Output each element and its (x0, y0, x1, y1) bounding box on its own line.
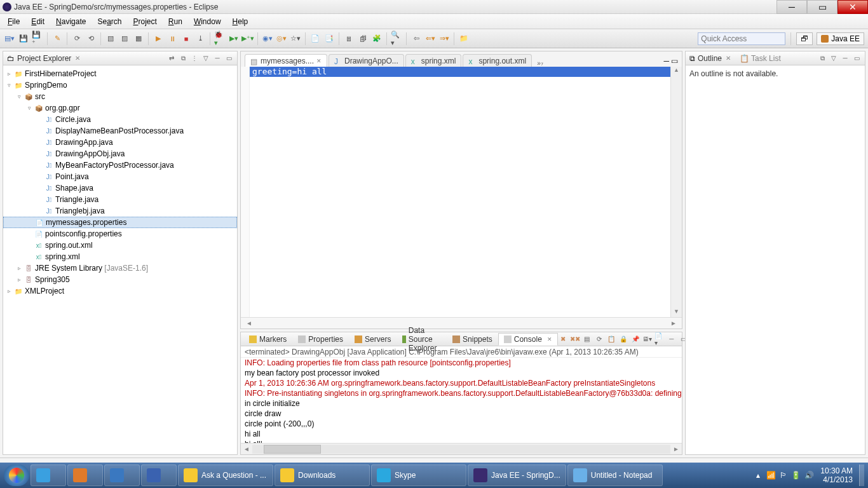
tree-item[interactable]: ▹ 🗄 JRE System Library [JavaSE-1.6] (3, 262, 237, 274)
view-menu-icon[interactable]: ▽ (829, 54, 838, 63)
tool-icon[interactable]: 📄 (309, 33, 321, 44)
tab-snippets[interactable]: Snippets (447, 333, 498, 346)
minimize-view-icon[interactable]: ─ (667, 334, 677, 344)
close-view-icon[interactable]: ✕ (75, 55, 80, 62)
tree-item[interactable]: J⃝ Circle.java (3, 114, 237, 125)
console-open-icon[interactable]: 📄▾ (654, 334, 665, 344)
tree-item[interactable]: ▹ 📁 XMLProject (3, 285, 237, 297)
tool-icon[interactable]: ✎ (51, 33, 63, 44)
tab-markers[interactable]: Markers (243, 333, 292, 346)
tree-item[interactable]: J⃝ MyBeanFactoryPostProcessor.java (3, 159, 237, 171)
tool-icon[interactable]: ⇦ (410, 33, 422, 44)
console-tool-icon[interactable]: ▤ (582, 334, 592, 344)
view-menu-icon[interactable]: ▽ (201, 54, 210, 63)
tree-item[interactable]: ▿ 📦 src (3, 91, 237, 102)
tool-icon[interactable]: ◉▾ (262, 33, 273, 44)
tray-volume-icon[interactable]: 🔊 (804, 471, 814, 480)
taskbar-window[interactable]: Downloads (275, 464, 370, 486)
collapse-all-icon[interactable]: ⇄ (167, 54, 176, 63)
tool-icon[interactable]: ⟳ (71, 33, 83, 44)
tree-item[interactable]: 📄 mymessages.properties (3, 217, 237, 228)
scroll-left-icon[interactable]: ◄ (241, 320, 257, 327)
console-remove-icon[interactable]: ✖ (558, 334, 568, 344)
minimize-editor-icon[interactable]: ─ (663, 57, 669, 65)
close-tab-icon[interactable]: ✕ (316, 58, 322, 64)
scroll-right-icon[interactable]: ► (665, 320, 682, 327)
tree-item[interactable]: ▿ 📁 SpringDemo (3, 79, 237, 91)
console-scroll-lock-icon[interactable]: 🔒 (618, 334, 628, 344)
editor-tab[interactable]: x spring.xml (405, 54, 462, 67)
tree-item[interactable]: J⃝ Shape.java (3, 182, 237, 194)
tree-item[interactable]: J⃝ DisplayNameBeanPostProcessor.java (3, 125, 237, 137)
resume-icon[interactable]: ▶ (153, 33, 164, 44)
maximize-button[interactable]: ▭ (807, 0, 837, 14)
console-pin-icon[interactable]: 📌 (630, 334, 641, 344)
terminate-icon[interactable]: ■ (180, 33, 192, 44)
tree-twisty-icon[interactable]: ▿ (25, 105, 34, 111)
run-last-icon[interactable]: ▶⁺▾ (242, 33, 254, 44)
tree-twisty-icon[interactable]: ▹ (4, 71, 13, 77)
editor-text-area[interactable]: greeting=hi all (250, 67, 670, 317)
java-ee-perspective-button[interactable]: Java EE (817, 32, 864, 45)
tool-icon[interactable]: ⤓ (194, 33, 206, 44)
debug-icon[interactable]: 🐞▾ (214, 33, 226, 44)
tree-twisty-icon[interactable]: ▹ (15, 276, 24, 283)
tool-icon[interactable]: 🗏 (343, 33, 355, 44)
editor-tab[interactable]: ▤ mymessages.... ✕ (245, 54, 327, 67)
maximize-editor-icon[interactable]: ▭ (671, 57, 678, 65)
editor-tab[interactable]: x spring.out.xml (463, 54, 532, 67)
tray-clock[interactable]: 10:30 AM 4/1/2013 (820, 466, 853, 484)
tool-icon[interactable]: ⟲ (85, 33, 97, 44)
tool-icon[interactable]: ▨ (119, 33, 130, 44)
menu-file[interactable]: File (3, 16, 25, 27)
tree-item[interactable]: ▹ 📁 FirstHibernateProject (3, 68, 237, 79)
new-icon[interactable]: ▤▾ (4, 33, 15, 44)
taskbar-window[interactable]: Untitled - Notepad (567, 464, 663, 486)
tool-icon[interactable]: ☆▾ (290, 33, 301, 44)
save-icon[interactable]: 💾 (18, 33, 29, 44)
tool-icon[interactable]: 🧩 (371, 33, 383, 44)
tree-item[interactable]: J⃝ Triangle.java (3, 194, 237, 205)
tree-item[interactable]: ▹ 🗄 Spring305 (3, 274, 237, 285)
taskbar-window[interactable]: Java EE - SpringD... (468, 464, 566, 486)
console-tool-icon[interactable]: 📋 (606, 334, 616, 344)
tree-item[interactable]: J⃝ Point.java (3, 171, 237, 182)
minimize-view-icon[interactable]: ─ (213, 54, 222, 63)
tree-item[interactable]: J⃝ Trianglebj.java (3, 205, 237, 217)
menu-project[interactable]: Project (128, 16, 161, 27)
start-button[interactable] (4, 464, 29, 486)
tree-item[interactable]: J⃝ DrawingApp.java (3, 137, 237, 148)
taskbar-pinned-mediaplayer[interactable] (67, 464, 103, 486)
tab-console[interactable]: Console✕ (498, 333, 558, 346)
editor-tab[interactable]: J DrawingAppO... (329, 54, 404, 67)
tool-icon[interactable]: 📁 (458, 33, 470, 44)
console-display-icon[interactable]: 🖥▾ (642, 334, 653, 344)
editor-overflow-icon[interactable]: »₇ (533, 60, 547, 67)
taskbar-pinned-app[interactable] (104, 464, 140, 486)
filter-icon[interactable]: ⋮ (190, 54, 199, 63)
tree-item[interactable]: 📄 pointsconfig.properties (3, 228, 237, 240)
tab-task-list[interactable]: 📋 Task List (740, 54, 781, 63)
tool-icon[interactable]: ▧ (105, 33, 116, 44)
tree-item[interactable]: ▿ 📦 org.gp.gpr (3, 102, 237, 114)
console-hscrollbar[interactable]: ◄► (241, 443, 682, 454)
close-button[interactable]: ✕ (837, 0, 868, 14)
tool-icon[interactable]: 🗐 (357, 33, 369, 44)
close-view-icon[interactable]: ✕ (726, 55, 731, 62)
menu-help[interactable]: Help (227, 16, 254, 27)
open-perspective-button[interactable]: 🗗 (796, 32, 813, 45)
tab-servers[interactable]: Servers (349, 333, 397, 346)
show-desktop-button[interactable] (859, 464, 864, 486)
back-icon[interactable]: ⇐▾ (424, 33, 436, 44)
console-tool-icon[interactable]: ⟳ (594, 334, 604, 344)
view-menu-icon[interactable]: ⧉ (818, 54, 827, 63)
tree-twisty-icon[interactable]: ▿ (15, 93, 24, 100)
suspend-icon[interactable]: ⏸ (166, 33, 178, 44)
tab-properties[interactable]: Properties (292, 333, 349, 346)
minimize-view-icon[interactable]: ─ (841, 54, 850, 63)
console-output[interactable]: INFO: Loading properties file from class… (241, 358, 682, 443)
forward-icon[interactable]: ⇒▾ (438, 33, 450, 44)
taskbar-pinned-ie[interactable] (31, 464, 66, 486)
taskbar-window[interactable]: Skype (371, 464, 466, 486)
tray-network-icon[interactable]: 📶 (766, 471, 776, 480)
